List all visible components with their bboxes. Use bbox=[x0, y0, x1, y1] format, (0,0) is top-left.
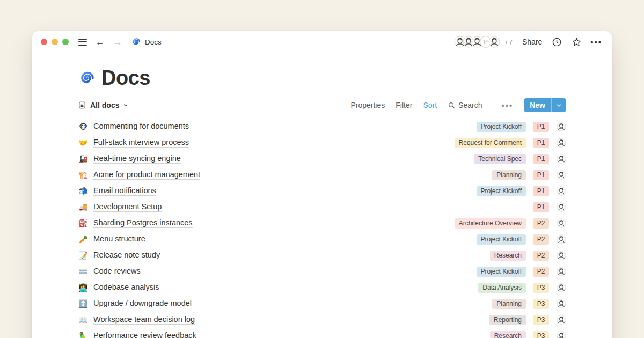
doc-title-link[interactable]: Upgrade / downgrade model bbox=[93, 299, 192, 308]
priority-badge[interactable]: P1 bbox=[533, 186, 549, 196]
more-options-icon[interactable]: ••• bbox=[590, 38, 602, 47]
collaborator-avatars[interactable]: P bbox=[454, 36, 500, 48]
search-label: Search bbox=[458, 101, 482, 109]
close-window-button[interactable] bbox=[41, 39, 47, 45]
tag-badge[interactable]: Request for Comment bbox=[455, 138, 526, 148]
doc-row[interactable]: 🦜 Performance review feedback Research P… bbox=[78, 328, 566, 338]
main-content: Docs All docs Properties Filter Sort bbox=[32, 67, 612, 338]
sidebar-menu-icon[interactable] bbox=[78, 39, 87, 46]
doc-title-link[interactable]: Full-stack interview process bbox=[93, 138, 189, 148]
doc-title-link[interactable]: Sharding Postgres instances bbox=[93, 218, 193, 228]
favorite-star-icon[interactable] bbox=[572, 37, 582, 47]
new-doc-button[interactable]: New bbox=[524, 98, 566, 112]
doc-row[interactable]: 🤝 Full-stack interview process Request f… bbox=[78, 135, 566, 151]
owner-avatar[interactable] bbox=[557, 234, 566, 244]
zoom-window-button[interactable] bbox=[62, 39, 69, 45]
chevron-down-icon bbox=[123, 102, 128, 108]
owner-avatar[interactable] bbox=[557, 331, 566, 338]
priority-badge[interactable]: P3 bbox=[533, 283, 549, 293]
mailbox-emoji: 📬 bbox=[78, 187, 89, 195]
doc-title-link[interactable]: Codebase analysis bbox=[93, 283, 159, 292]
priority-badge[interactable]: P1 bbox=[533, 122, 549, 132]
owner-avatar[interactable] bbox=[557, 170, 566, 180]
history-clock-icon[interactable] bbox=[552, 37, 562, 47]
doc-row[interactable]: 👩‍💻 Codebase analysis Data Analysis P3 bbox=[78, 280, 566, 296]
up-down-arrow-emoji: ↕️ bbox=[78, 299, 89, 308]
doc-row[interactable]: 🥕 Menu structure Project Kickoff P2 bbox=[78, 231, 566, 247]
tag-badge[interactable]: Architecture Overview bbox=[455, 218, 526, 229]
tag-badge[interactable]: Planning bbox=[492, 170, 526, 180]
new-doc-dropdown[interactable] bbox=[552, 98, 566, 112]
doc-row[interactable]: 🚂 Real-time syncing engine Technical Spe… bbox=[78, 151, 566, 167]
toolbar-divider bbox=[78, 117, 566, 117]
collaborator-avatar[interactable] bbox=[488, 36, 500, 48]
owner-avatar[interactable] bbox=[557, 122, 566, 131]
doc-title-link[interactable]: Workspace team decision log bbox=[93, 315, 195, 325]
priority-badge[interactable]: P1 bbox=[533, 202, 549, 212]
owner-avatar[interactable] bbox=[557, 267, 566, 276]
doc-row[interactable]: ⌨️ Code reviews Project Kickoff P2 bbox=[78, 263, 566, 280]
doc-row[interactable]: 📖 Workspace team decision log Reporting … bbox=[78, 312, 566, 328]
view-switcher[interactable]: All docs bbox=[78, 101, 128, 109]
priority-badge[interactable]: P3 bbox=[533, 331, 549, 338]
breadcrumb-title[interactable]: Docs bbox=[145, 38, 162, 46]
priority-badge[interactable]: P3 bbox=[533, 299, 549, 309]
priority-badge[interactable]: P2 bbox=[533, 251, 549, 261]
owner-avatar[interactable] bbox=[557, 138, 566, 148]
minimize-window-button[interactable] bbox=[52, 39, 58, 45]
owner-avatar[interactable] bbox=[557, 186, 566, 196]
forward-arrow-icon[interactable]: → bbox=[113, 38, 122, 47]
tag-badge[interactable]: Data Analysis bbox=[478, 283, 526, 293]
doc-row[interactable]: 📬 Email notifications Project Kickoff P1 bbox=[78, 183, 566, 199]
doc-title-link[interactable]: Code reviews bbox=[93, 267, 141, 276]
doc-title-link[interactable]: Commenting for documents bbox=[93, 122, 189, 131]
doc-title-link[interactable]: Menu structure bbox=[93, 234, 145, 244]
priority-badge[interactable]: P2 bbox=[533, 234, 549, 245]
fuel-pump-emoji: ⛽ bbox=[78, 219, 89, 227]
doc-title-link[interactable]: Release note study bbox=[93, 251, 160, 260]
owner-avatar[interactable] bbox=[557, 283, 566, 292]
owner-avatar[interactable] bbox=[557, 154, 566, 164]
search-button[interactable]: Search bbox=[448, 101, 482, 109]
tag-badge[interactable]: Project Kickoff bbox=[477, 122, 526, 132]
doc-row[interactable]: 🐵 Commenting for documents Project Kicko… bbox=[78, 119, 566, 135]
tag-badge[interactable]: Project Kickoff bbox=[477, 267, 526, 277]
tag-badge[interactable]: Technical Spec bbox=[474, 154, 526, 164]
tag-badge[interactable]: Project Kickoff bbox=[477, 186, 526, 196]
doc-row[interactable]: ⛽ Sharding Postgres instances Architectu… bbox=[78, 215, 566, 231]
doc-title-link[interactable]: Email notifications bbox=[93, 186, 156, 196]
filter-button[interactable]: Filter bbox=[396, 101, 412, 109]
doc-list: 🐵 Commenting for documents Project Kicko… bbox=[78, 119, 566, 338]
doc-row[interactable]: ↕️ Upgrade / downgrade model Planning P3 bbox=[78, 296, 566, 312]
owner-avatar[interactable] bbox=[557, 315, 566, 325]
tag-badge[interactable]: Planning bbox=[492, 299, 526, 309]
tag-badge[interactable]: Research bbox=[490, 331, 526, 338]
priority-badge[interactable]: P1 bbox=[533, 154, 549, 164]
back-arrow-icon[interactable]: ← bbox=[96, 38, 105, 47]
doc-row[interactable]: 📝 Release note study Research P2 bbox=[78, 247, 566, 263]
share-button[interactable]: Share bbox=[522, 38, 542, 46]
doc-title-link[interactable]: Real-time syncing engine bbox=[93, 154, 181, 164]
doc-title-link[interactable]: Performance review feedback bbox=[93, 331, 196, 338]
doc-title-link[interactable]: Development Setup bbox=[93, 202, 162, 212]
owner-avatar[interactable] bbox=[557, 218, 566, 228]
sort-button[interactable]: Sort bbox=[423, 101, 437, 109]
tag-badge[interactable]: Research bbox=[490, 251, 526, 261]
toolbar-more-icon[interactable]: ••• bbox=[501, 101, 513, 110]
doc-row[interactable]: 🏗️ Acme for product management Planning … bbox=[78, 167, 566, 183]
doc-title-link[interactable]: Acme for product management bbox=[93, 170, 200, 180]
construction-crane-emoji: 🏗️ bbox=[78, 171, 89, 179]
properties-button[interactable]: Properties bbox=[350, 101, 385, 109]
priority-badge[interactable]: P2 bbox=[533, 218, 549, 229]
page-list-icon bbox=[78, 101, 86, 109]
owner-avatar[interactable] bbox=[557, 202, 566, 212]
tag-badge[interactable]: Project Kickoff bbox=[477, 234, 526, 245]
doc-row[interactable]: 🚚 Development Setup P1 bbox=[78, 199, 566, 215]
owner-avatar[interactable] bbox=[557, 251, 566, 260]
owner-avatar[interactable] bbox=[557, 299, 566, 308]
priority-badge[interactable]: P1 bbox=[533, 138, 549, 148]
priority-badge[interactable]: P3 bbox=[533, 315, 549, 325]
priority-badge[interactable]: P1 bbox=[533, 170, 549, 180]
tag-badge[interactable]: Reporting bbox=[489, 315, 526, 325]
priority-badge[interactable]: P2 bbox=[533, 267, 549, 277]
